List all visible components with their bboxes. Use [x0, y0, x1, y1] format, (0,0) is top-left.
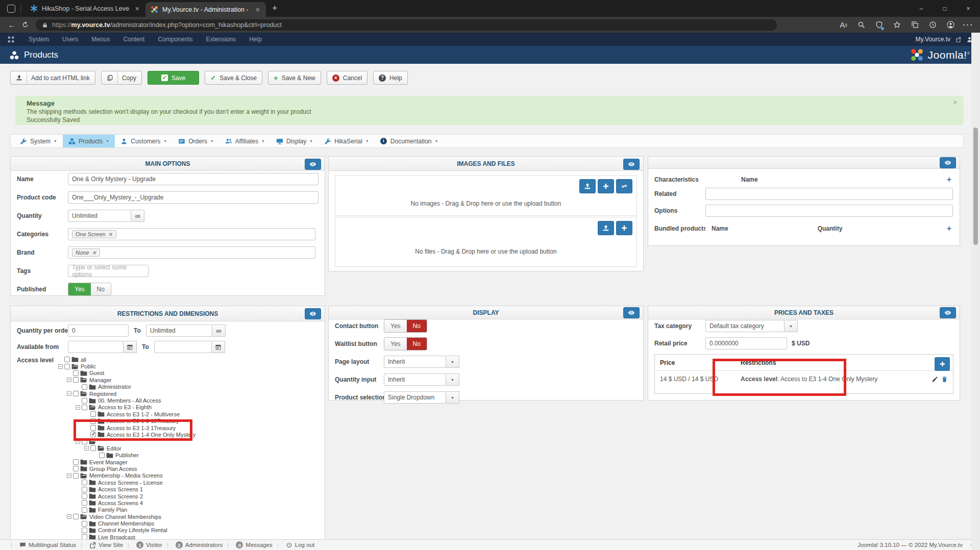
tree-row[interactable]: − Video Channel Memberships — [17, 513, 318, 520]
administrators-count[interactable]: 2 Administrators — [162, 541, 223, 548]
window-maximize-button[interactable]: □ — [933, 0, 957, 17]
admin-menu-item[interactable]: Help — [242, 36, 268, 43]
name-field[interactable]: One & Only Mystery - Upgrade — [68, 173, 318, 185]
upload-image-button[interactable] — [579, 179, 596, 193]
tree-checkbox[interactable] — [73, 466, 79, 471]
profile-avatar-icon[interactable] — [944, 19, 957, 31]
page-scrollbar[interactable] — [971, 33, 980, 550]
admin-menu-item[interactable]: Content — [116, 36, 151, 43]
admin-menu-item[interactable]: System — [22, 36, 56, 43]
window-minimize-button[interactable]: – — [910, 0, 933, 17]
collections-icon[interactable] — [908, 19, 921, 31]
hikashop-menu-customers[interactable]: Customers ▼ — [115, 135, 173, 147]
browser-tab-admin[interactable]: My.Vource.tv - Administration - × — [145, 2, 266, 17]
tree-checkbox[interactable] — [73, 377, 79, 383]
eye-toggle-button[interactable] — [940, 307, 956, 318]
eye-toggle-button[interactable] — [623, 159, 640, 170]
tree-collapse-icon[interactable]: − — [67, 378, 71, 382]
tree-row[interactable]: − Event Manager — [17, 459, 318, 465]
upload-file-button[interactable] — [598, 221, 614, 235]
tree-collapse-icon[interactable]: − — [67, 473, 71, 478]
calendar-button[interactable] — [124, 341, 137, 353]
scrollbar-thumb[interactable] — [973, 128, 978, 245]
delete-price-icon[interactable] — [941, 376, 948, 383]
tree-row[interactable]: − Guest — [17, 370, 318, 377]
tree-checkbox[interactable] — [64, 364, 70, 369]
waitlist-no-button[interactable]: No — [407, 338, 427, 350]
waitlist-yes-button[interactable]: Yes — [384, 338, 407, 350]
tree-collapse-icon[interactable]: − — [58, 364, 63, 369]
tree-checkbox[interactable] — [73, 459, 79, 465]
tree-checkbox[interactable] — [82, 398, 87, 404]
tree-row[interactable]: − Public — [17, 363, 318, 369]
tree-row[interactable]: − Channel Memberships — [17, 520, 318, 527]
infinity-button[interactable]: ∞ — [212, 324, 226, 337]
tree-checkbox[interactable] — [82, 493, 87, 499]
quantity-field[interactable]: Unlimited — [68, 210, 131, 222]
tree-collapse-icon[interactable]: − — [67, 514, 71, 519]
visitor-count[interactable]: 1 Visitor — [123, 541, 162, 548]
eye-toggle-button[interactable] — [305, 159, 321, 170]
retail-price-field[interactable]: 0.0000000 — [705, 337, 787, 349]
related-input[interactable] — [705, 188, 953, 200]
select-arrow-button[interactable]: ▼ — [446, 391, 459, 404]
tree-checkbox[interactable] — [82, 507, 87, 513]
quantity-max-field[interactable]: Unlimited — [146, 324, 212, 337]
eye-toggle-button[interactable] — [623, 307, 640, 318]
tree-checkbox[interactable] — [99, 453, 105, 458]
tree-checkbox[interactable] — [64, 357, 70, 362]
admin-menu-item[interactable]: Components — [151, 36, 199, 43]
category-chip[interactable]: One Screen✕ — [72, 230, 116, 238]
infinity-button[interactable]: ∞ — [131, 210, 144, 222]
tab-close-icon[interactable]: × — [133, 5, 141, 13]
tab-close-icon[interactable]: × — [254, 6, 262, 14]
tree-row[interactable]: − 00. Members - All Access — [17, 397, 318, 404]
tree-checkbox[interactable] — [82, 487, 87, 492]
tree-checkbox[interactable] — [90, 411, 96, 417]
read-aloud-icon[interactable]: A)) — [837, 19, 850, 31]
page-layout-select[interactable]: Inherit — [384, 356, 446, 368]
favorites-icon[interactable] — [890, 19, 903, 31]
tree-row[interactable]: − Access Screens - License — [17, 479, 318, 486]
admin-menu-item[interactable]: Extensions — [199, 36, 242, 43]
window-close-button[interactable]: × — [957, 0, 980, 17]
history-icon[interactable] — [926, 19, 939, 31]
messages-count[interactable]: 0 Messages — [223, 541, 272, 548]
settings-more-icon[interactable]: ··· — [962, 19, 975, 31]
add-to-cart-html-link-button[interactable]: Add to cart HTML link — [10, 71, 95, 85]
back-button[interactable]: ← — [5, 19, 18, 31]
browser-essentials-icon[interactable] — [872, 19, 886, 31]
quantity-input-select[interactable]: Inherit — [384, 373, 446, 386]
new-tab-button[interactable]: + — [266, 3, 284, 14]
tax-category-select[interactable]: Default tax category — [705, 320, 785, 332]
tab-actions-icon[interactable] — [7, 5, 15, 13]
save-new-button[interactable]: + Save & New — [268, 71, 321, 85]
admin-menu-item[interactable]: Menus — [85, 36, 116, 43]
options-input[interactable] — [705, 205, 953, 217]
help-button[interactable]: ? Help — [373, 71, 408, 85]
tree-row[interactable]: − Manager — [17, 377, 318, 383]
add-image-button[interactable] — [598, 179, 614, 193]
multilingual-status-link[interactable]: Multilingual Status — [6, 542, 76, 548]
tree-row[interactable]: − Editor — [17, 445, 318, 452]
tree-row[interactable]: − Access Screens 2 — [17, 493, 318, 499]
tree-row[interactable]: − Registered — [17, 390, 318, 397]
tree-checkbox[interactable] — [90, 445, 96, 451]
select-arrow-button[interactable]: ▼ — [446, 356, 459, 368]
eye-toggle-button[interactable] — [305, 308, 321, 319]
hikashop-menu-affiliates[interactable]: Affiliates ▼ — [219, 135, 271, 147]
tree-row[interactable]: − Group Plan Access — [17, 465, 318, 472]
copy-button[interactable]: Copy — [101, 71, 142, 85]
select-arrow-button[interactable]: ▼ — [446, 373, 459, 386]
browser-tab-hikashop[interactable]: HikaShop - Serial Access Level n × — [25, 0, 145, 17]
available-to-field[interactable] — [154, 341, 212, 353]
tree-collapse-icon[interactable]: − — [67, 391, 71, 396]
add-bundled-product-button[interactable]: + — [947, 224, 953, 233]
select-arrow-button[interactable]: ▼ — [785, 320, 798, 332]
tags-input[interactable]: Type or select some options — [68, 265, 149, 277]
tree-checkbox[interactable] — [73, 473, 79, 479]
tree-collapse-icon[interactable]: − — [84, 446, 89, 451]
hikashop-menu-display[interactable]: Display ▼ — [271, 135, 318, 147]
hikashop-menu-hikaserial[interactable]: HikaSerial ▼ — [318, 135, 375, 147]
edit-price-icon[interactable] — [932, 376, 938, 383]
